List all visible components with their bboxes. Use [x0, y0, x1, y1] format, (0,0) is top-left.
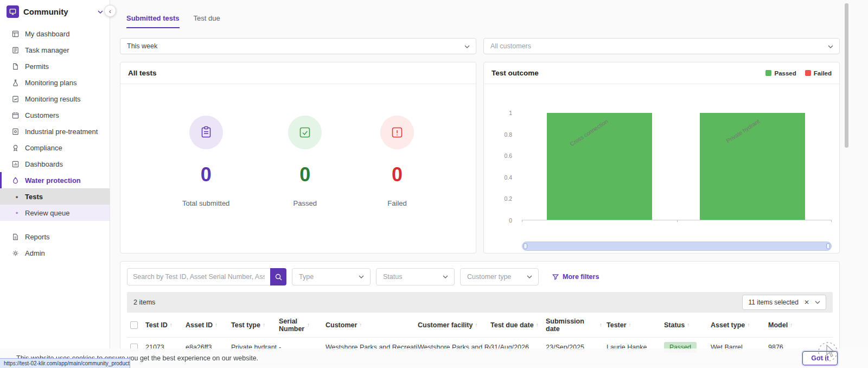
- status-filter-value: Status: [383, 273, 402, 281]
- columns-selected-dropdown[interactable]: 11 items selected ✕: [742, 295, 826, 310]
- status-filter-select[interactable]: Status: [376, 268, 455, 285]
- sidebar-item-label: Task manager: [25, 46, 69, 54]
- sidebar-item-label: Industrial pre-treatment: [25, 128, 98, 136]
- stat-value: 0: [201, 163, 212, 186]
- sidebar-item-water-protection[interactable]: Water protection: [0, 172, 110, 188]
- cookie-banner: This website uses cookies to ensure you …: [0, 348, 868, 368]
- alert-square-icon: [380, 116, 414, 149]
- search-box: [127, 268, 286, 285]
- column-header-test-due-date[interactable]: Test due date↑: [490, 321, 546, 329]
- sort-icon: ↑: [215, 322, 218, 328]
- more-filters-button[interactable]: More filters: [552, 273, 599, 281]
- search-input[interactable]: [127, 268, 270, 285]
- column-header-status[interactable]: Status↑: [664, 321, 711, 329]
- chevron-down-icon: [443, 275, 448, 278]
- sidebar-item-tests[interactable]: • Tests: [0, 188, 110, 205]
- y-tick: 0.2: [504, 195, 512, 202]
- column-header-asset-type[interactable]: Asset type↑: [711, 321, 768, 329]
- dashboard-icon: [11, 30, 20, 38]
- stat-label: Failed: [387, 199, 406, 207]
- results-chart-icon: [11, 95, 20, 103]
- table-toolbar: 2 items 11 items selected ✕: [127, 292, 833, 313]
- sort-icon: ↑: [747, 322, 750, 328]
- legend-passed[interactable]: Passed: [765, 70, 796, 77]
- app-switcher-chevron-icon[interactable]: [98, 10, 103, 14]
- sidebar-item-label: Monitoring results: [25, 95, 81, 103]
- tab-test-due[interactable]: Test due: [194, 14, 220, 28]
- collapse-icon: ‹: [109, 8, 111, 15]
- sidebar-item-review-queue[interactable]: • Review queue: [0, 205, 110, 221]
- chart-legend: Passed Failed: [765, 70, 832, 77]
- scrollbar-thumb[interactable]: [845, 3, 848, 148]
- legend-failed[interactable]: Failed: [805, 70, 832, 77]
- sidebar-nav: My dashboard Task manager Permits Monito…: [0, 26, 110, 261]
- sidebar-item-admin[interactable]: Admin: [0, 245, 110, 261]
- task-list-icon: [11, 46, 20, 54]
- water-drop-icon: [11, 176, 20, 185]
- customer-type-filter-select[interactable]: Customer type: [460, 268, 539, 285]
- nav-divider-gap: [0, 221, 110, 229]
- sidebar-item-label: Tests: [25, 193, 43, 201]
- column-header-submission-date[interactable]: Submission date↑: [546, 318, 607, 333]
- chart-horizontal-scrollbar[interactable]: [522, 242, 832, 251]
- sort-icon: ↑: [599, 322, 602, 328]
- sidebar-item-label: Water protection: [25, 176, 81, 185]
- sidebar-item-monitoring-plans[interactable]: Monitoring plans: [0, 74, 110, 91]
- top-filter-row: This week All customers: [120, 38, 840, 54]
- sort-icon: ↑: [263, 322, 265, 328]
- columns-selected-label: 11 items selected: [748, 299, 799, 306]
- sidebar-item-task-manager[interactable]: Task manager: [0, 42, 110, 58]
- column-header-test-id[interactable]: Test ID↑: [145, 321, 186, 329]
- main-content: Submitted tests Test due This week All c…: [110, 0, 868, 368]
- select-all-checkbox[interactable]: [130, 321, 138, 329]
- column-header-tester[interactable]: Tester↑: [607, 321, 664, 329]
- type-filter-value: Type: [299, 273, 314, 281]
- date-range-select[interactable]: This week: [120, 38, 476, 54]
- sidebar-item-dashboards[interactable]: Dashboards: [0, 156, 110, 172]
- check-square-icon: [288, 116, 322, 149]
- x-axis-tick: [522, 220, 522, 222]
- y-tick: 0: [509, 217, 512, 224]
- clear-selection-icon[interactable]: ✕: [804, 299, 809, 306]
- customers-select[interactable]: All customers: [483, 38, 840, 54]
- column-header-serial-number[interactable]: Serial Number↑: [279, 318, 326, 333]
- type-filter-select[interactable]: Type: [292, 268, 371, 285]
- calendar-icon: [11, 111, 20, 119]
- sidebar-item-compliance[interactable]: Compliance: [0, 139, 110, 156]
- bar-private-hydrant[interactable]: [700, 113, 805, 220]
- sidebar-item-reports[interactable]: Reports: [0, 229, 110, 245]
- table-header-row: Test ID↑ Asset ID↑ Test type↑ Serial Num…: [127, 313, 833, 338]
- tab-submitted-tests[interactable]: Submitted tests: [126, 14, 180, 28]
- stats-row: 0 Total submitted 0 Passed: [120, 84, 476, 207]
- column-header-customer[interactable]: Customer↑: [326, 321, 418, 329]
- gear-icon: [11, 249, 20, 257]
- scrollbar-right-handle[interactable]: [826, 243, 830, 249]
- sidebar-item-permits[interactable]: Permits: [0, 58, 110, 74]
- search-button[interactable]: [270, 268, 286, 285]
- sidebar-item-my-dashboard[interactable]: My dashboard: [0, 26, 110, 42]
- bar-chart: 1 0.8 0.6 0.4 0.2 0 Cross connection: [484, 84, 839, 253]
- legend-swatch-red: [805, 70, 811, 76]
- column-header-customer-facility[interactable]: Customer facility↑: [418, 321, 490, 329]
- stat-total-submitted: 0 Total submitted: [182, 116, 229, 207]
- page-vertical-scrollbar[interactable]: [845, 0, 848, 368]
- app-logo-icon: [7, 5, 19, 18]
- status-url-tooltip: https://test-02-klir.com/app/main/commun…: [0, 358, 130, 368]
- sidebar-collapse-button[interactable]: ‹: [104, 5, 116, 17]
- chevron-down-icon: [359, 275, 364, 278]
- sidebar-item-industrial-pre-treatment[interactable]: Industrial pre-treatment: [0, 123, 110, 139]
- sidebar-item-monitoring-results[interactable]: Monitoring results: [0, 91, 110, 107]
- sidebar-item-customers[interactable]: Customers: [0, 107, 110, 123]
- column-header-asset-id[interactable]: Asset ID↑: [186, 321, 231, 329]
- column-header-model[interactable]: Model↑: [768, 321, 833, 329]
- legend-label: Passed: [774, 70, 796, 77]
- bar-chart-icon: [11, 160, 20, 168]
- y-tick: 0.6: [504, 153, 512, 159]
- all-tests-card-title: All tests: [120, 62, 476, 84]
- app-title: Community: [23, 7, 68, 16]
- column-header-test-type[interactable]: Test type↑: [231, 321, 279, 329]
- scrollbar-left-handle[interactable]: [524, 243, 527, 249]
- sidebar-item-label: Permits: [25, 62, 49, 71]
- sidebar-header: Community: [0, 0, 110, 22]
- report-doc-icon: [11, 233, 20, 241]
